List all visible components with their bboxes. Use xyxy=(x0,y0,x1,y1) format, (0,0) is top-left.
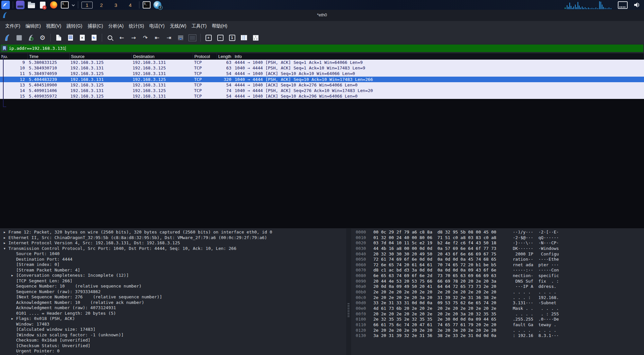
menu-item[interactable]: 工具(T) xyxy=(189,22,209,30)
detail-line[interactable]: ▾ Transmission Control Protocol, Src Por… xyxy=(0,246,346,252)
hex-row[interactable]: 0130 3a 20 31 39 32 2e 31 36 38 2e 33 2e… xyxy=(351,333,644,339)
packet-row[interactable]: 11 5.384974059 192.168.3.125 192.168.3.1… xyxy=(0,71,644,76)
detail-scrollbar[interactable] xyxy=(346,229,351,355)
find-packet-button[interactable] xyxy=(104,33,116,43)
detail-line[interactable]: [Stream index: 0] xyxy=(0,262,346,268)
detail-line[interactable]: Sequence Number (raw): 3793334862 xyxy=(0,289,346,295)
detail-line[interactable]: [TCP Segment Len: 266] xyxy=(0,278,346,284)
menu-item[interactable]: 无线(W) xyxy=(167,22,189,30)
zoom-100-button[interactable]: 1 xyxy=(226,33,238,43)
detail-line[interactable]: ▸ Ethernet II, Src: ChinaDragonT_32:95:5… xyxy=(0,235,346,241)
detail-line[interactable]: [Window size scaling factor: -1 (unknown… xyxy=(0,332,346,338)
menu-item[interactable]: 统计(S) xyxy=(126,22,147,30)
go-back-button[interactable]: ← xyxy=(116,33,127,43)
hex-row[interactable]: 0120 2e 20 2e 20 2e 20 2e 20 2e 20 2e 20… xyxy=(351,328,644,333)
menu-item[interactable]: 帮助(H) xyxy=(209,22,230,30)
detail-line[interactable]: Destination Port: 4444 xyxy=(0,257,346,262)
column-header-info[interactable]: Info xyxy=(233,53,644,60)
detail-line[interactable]: ▸ [Conversation completeness: Incomplete… xyxy=(0,273,346,278)
menu-item[interactable]: 分析(A) xyxy=(106,22,126,30)
hex-row[interactable]: 00b0 2e 20 2e 20 2e 20 2e 20 2e 20 2e 20… xyxy=(351,290,644,295)
hex-row[interactable]: 0100 2e 32 35 35 2e 32 35 35 2e 30 0d 0d… xyxy=(351,317,644,322)
packet-row[interactable]: 13 5.404510900 192.168.3.125 192.168.3.1… xyxy=(0,82,644,88)
detail-line[interactable]: ▸ Internet Protocol Version 4, Src: 192.… xyxy=(0,240,346,246)
detail-line[interactable]: [Calculated window size: 17483] xyxy=(0,327,346,332)
hex-row[interactable]: 0010 01 32 00 24 40 00 80 06 71 51 c0 a8… xyxy=(351,235,644,241)
column-header-protocol[interactable]: Protocol xyxy=(193,53,217,60)
filter-bookmark-button[interactable] xyxy=(1,45,8,51)
hex-row[interactable]: 0050 72 61 74 69 6f 6e 0d 0d 0a 0d 0d 0a… xyxy=(351,257,644,262)
detail-line[interactable]: ▸ Frame 12: Packet, 320 bytes on wire (2… xyxy=(0,230,346,235)
go-forward-button[interactable]: → xyxy=(128,33,139,43)
packet-row[interactable]: 10 5.384930710 192.168.3.131 192.168.3.1… xyxy=(0,65,644,71)
hex-row[interactable]: 0080 6e 65 63 74 69 6f 6e 2d 73 70 65 63… xyxy=(351,273,644,279)
colorize-button[interactable] xyxy=(187,33,198,43)
hex-row[interactable]: 00a0 20 0d 0a 09 49 50 20 41 64 64 72 65… xyxy=(351,284,644,290)
auto-scroll-button[interactable] xyxy=(175,33,186,43)
wireshark-taskbar-button[interactable]: 2 xyxy=(153,1,161,9)
hex-row[interactable]: 0110 66 61 75 6c 74 20 47 61 74 65 77 61… xyxy=(351,322,644,328)
column-header-no[interactable]: No. xyxy=(0,53,28,60)
hex-row[interactable]: 00f0 20 2e 20 2e 20 2e 20 2e 20 2e 20 3a… xyxy=(351,311,644,317)
detail-line[interactable]: Urgent Pointer: 0 xyxy=(0,348,346,354)
go-last-packet-button[interactable]: ⇥ xyxy=(163,33,174,43)
chevron-down-icon[interactable] xyxy=(72,2,75,8)
column-header-destination[interactable]: Destination xyxy=(132,53,193,60)
detail-line[interactable]: Acknowledgment Number: 10 (relative ack … xyxy=(0,300,346,306)
firefox-button[interactable] xyxy=(49,1,58,9)
column-header-time[interactable]: Time xyxy=(28,53,70,60)
file-save-button[interactable] xyxy=(65,33,76,43)
hex-row[interactable]: 0020 03 7d 04 10 11 5c e2 19 b2 4e f2 c6… xyxy=(351,240,644,246)
resize-columns-button[interactable] xyxy=(238,33,249,43)
detail-line[interactable]: Checksum: 0x16a8 [unverified] xyxy=(0,338,346,343)
hex-row[interactable]: 0040 20 32 30 30 30 20 49 50 20 43 6f 6e… xyxy=(351,252,644,257)
packet-row[interactable]: 15 5.409035972 192.168.3.125 192.168.3.1… xyxy=(0,93,644,99)
workspace-button[interactable]: 2 xyxy=(96,2,107,9)
workspace-button[interactable]: 1 xyxy=(81,2,93,9)
fit-columns-button[interactable]: 12 3 xyxy=(250,33,261,43)
workspace-button[interactable]: 3 xyxy=(110,2,121,9)
packet-row[interactable]: 14 5.409011406 192.168.3.131 192.168.3.1… xyxy=(0,88,644,93)
capture-restart-button[interactable] xyxy=(25,33,36,43)
capture-options-button[interactable]: ⚙ xyxy=(37,33,48,43)
workspace-button[interactable]: 4 xyxy=(125,2,136,9)
window-manager-button[interactable] xyxy=(16,1,25,9)
menu-item[interactable]: 编辑(E) xyxy=(23,22,44,30)
network-status-icon[interactable] xyxy=(618,1,628,9)
kali-menu-button[interactable] xyxy=(1,1,10,9)
detail-line[interactable]: [Stream Packet Number: 4] xyxy=(0,268,346,273)
capture-stop-button[interactable] xyxy=(13,33,25,43)
filter-input[interactable]: ip.addr==192.168.3.131 xyxy=(9,46,65,51)
file-manager-button[interactable] xyxy=(27,1,36,9)
detail-line[interactable]: Acknowledgment number (raw): 4073124931 xyxy=(0,305,346,311)
go-to-packet-button[interactable]: ↷ xyxy=(140,33,151,43)
menu-item[interactable]: 跳转(G) xyxy=(64,22,85,30)
packet-row[interactable]: 12 5.404483239 192.168.3.131 192.168.3.1… xyxy=(0,77,644,82)
detail-line[interactable]: ▸ Flags: 0x018 (PSH, ACK) xyxy=(0,316,346,322)
detail-line[interactable]: Source Port: 1040 xyxy=(0,251,346,257)
display-filter-bar[interactable]: ip.addr==192.168.3.131 xyxy=(1,45,643,52)
hex-row[interactable]: 00e0 4d 61 73 6b 20 2e 20 2e 20 2e 20 2e… xyxy=(351,306,644,311)
reload-button[interactable]: ↻ xyxy=(88,33,99,43)
detail-line[interactable]: [Next Sequence Number: 276 (relative seq… xyxy=(0,294,346,300)
menu-item[interactable]: 文件(F) xyxy=(3,22,23,30)
detail-line[interactable]: [Checksum Status: Unverified] xyxy=(0,343,346,349)
terminal-button[interactable]: $_ xyxy=(61,1,69,9)
hex-row[interactable]: 00d0 33 2e 31 33 31 0d 0d 0a 09 53 75 62… xyxy=(351,300,644,306)
hex-row[interactable]: 0060 72 6e 65 74 20 61 64 61 70 74 65 72… xyxy=(351,262,644,268)
hex-row[interactable]: 0000 00 0c 29 2f 79 a6 c8 8a d8 32 95 5b… xyxy=(351,230,644,235)
hex-row[interactable]: 00c0 2e 20 2e 20 2e 20 3a 20 31 39 32 2e… xyxy=(351,295,644,301)
packet-row[interactable]: 9 5.380833125 192.168.3.125 192.168.3.13… xyxy=(0,60,644,65)
menu-item[interactable]: 视图(V) xyxy=(44,22,64,30)
open-terminal-window-button[interactable]: $_ xyxy=(142,1,151,9)
file-open-button[interactable] xyxy=(53,33,64,43)
menu-item[interactable]: 捕获(C) xyxy=(85,22,105,30)
zoom-out-button[interactable]: − xyxy=(215,33,226,43)
text-editor-button[interactable] xyxy=(38,1,47,9)
menu-item[interactable]: 电话(Y) xyxy=(147,22,167,30)
hex-row[interactable]: 0070 d8 c1 ac bd d3 3a 0d 0d 0a 0d 0d 0a… xyxy=(351,268,644,273)
file-close-button[interactable]: × xyxy=(77,33,88,43)
capture-start-button[interactable] xyxy=(2,33,13,43)
scrollbar-thumb[interactable] xyxy=(348,303,349,317)
hex-row[interactable]: 0030 44 4b 16 a8 00 00 0d 0d 0a 57 69 6e… xyxy=(351,246,644,252)
